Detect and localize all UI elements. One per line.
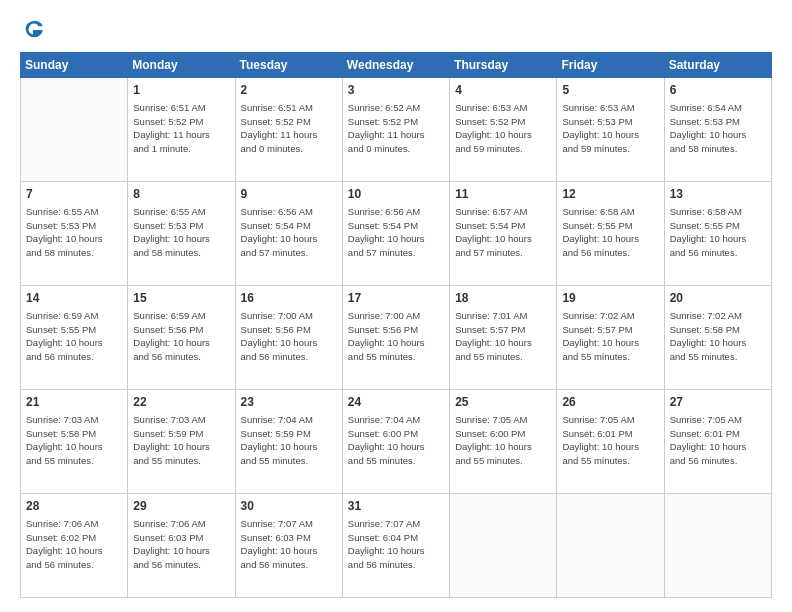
day-info: Sunrise: 6:55 AM Sunset: 5:53 PM Dayligh… [26,205,122,260]
day-info: Sunrise: 7:07 AM Sunset: 6:03 PM Dayligh… [241,517,337,572]
day-info: Sunrise: 6:56 AM Sunset: 5:54 PM Dayligh… [348,205,444,260]
header [20,18,772,44]
day-info: Sunrise: 7:01 AM Sunset: 5:57 PM Dayligh… [455,309,551,364]
calendar-cell [21,78,128,182]
day-number: 30 [241,498,337,515]
calendar-cell: 8Sunrise: 6:55 AM Sunset: 5:53 PM Daylig… [128,182,235,286]
calendar-cell: 30Sunrise: 7:07 AM Sunset: 6:03 PM Dayli… [235,494,342,598]
calendar-cell: 12Sunrise: 6:58 AM Sunset: 5:55 PM Dayli… [557,182,664,286]
day-info: Sunrise: 7:04 AM Sunset: 6:00 PM Dayligh… [348,413,444,468]
calendar-cell: 21Sunrise: 7:03 AM Sunset: 5:58 PM Dayli… [21,390,128,494]
day-number: 26 [562,394,658,411]
day-number: 14 [26,290,122,307]
calendar-cell: 31Sunrise: 7:07 AM Sunset: 6:04 PM Dayli… [342,494,449,598]
calendar-cell: 20Sunrise: 7:02 AM Sunset: 5:58 PM Dayli… [664,286,771,390]
day-number: 19 [562,290,658,307]
calendar-cell: 23Sunrise: 7:04 AM Sunset: 5:59 PM Dayli… [235,390,342,494]
day-number: 20 [670,290,766,307]
weekday-header-monday: Monday [128,53,235,78]
day-info: Sunrise: 6:58 AM Sunset: 5:55 PM Dayligh… [562,205,658,260]
week-row-5: 28Sunrise: 7:06 AM Sunset: 6:02 PM Dayli… [21,494,772,598]
weekday-header-wednesday: Wednesday [342,53,449,78]
logo [20,18,45,44]
day-info: Sunrise: 6:58 AM Sunset: 5:55 PM Dayligh… [670,205,766,260]
day-number: 6 [670,82,766,99]
week-row-1: 1Sunrise: 6:51 AM Sunset: 5:52 PM Daylig… [21,78,772,182]
day-number: 25 [455,394,551,411]
day-number: 18 [455,290,551,307]
day-number: 10 [348,186,444,203]
day-info: Sunrise: 7:00 AM Sunset: 5:56 PM Dayligh… [348,309,444,364]
week-row-2: 7Sunrise: 6:55 AM Sunset: 5:53 PM Daylig… [21,182,772,286]
day-info: Sunrise: 7:06 AM Sunset: 6:03 PM Dayligh… [133,517,229,572]
day-info: Sunrise: 7:02 AM Sunset: 5:58 PM Dayligh… [670,309,766,364]
calendar-page: SundayMondayTuesdayWednesdayThursdayFrid… [0,0,792,612]
weekday-header-row: SundayMondayTuesdayWednesdayThursdayFrid… [21,53,772,78]
day-number: 2 [241,82,337,99]
calendar-cell: 16Sunrise: 7:00 AM Sunset: 5:56 PM Dayli… [235,286,342,390]
day-number: 9 [241,186,337,203]
day-number: 5 [562,82,658,99]
calendar-cell: 27Sunrise: 7:05 AM Sunset: 6:01 PM Dayli… [664,390,771,494]
day-info: Sunrise: 6:52 AM Sunset: 5:52 PM Dayligh… [348,101,444,156]
calendar-cell: 26Sunrise: 7:05 AM Sunset: 6:01 PM Dayli… [557,390,664,494]
day-info: Sunrise: 6:53 AM Sunset: 5:53 PM Dayligh… [562,101,658,156]
day-number: 7 [26,186,122,203]
day-info: Sunrise: 6:55 AM Sunset: 5:53 PM Dayligh… [133,205,229,260]
day-number: 24 [348,394,444,411]
calendar-cell: 4Sunrise: 6:53 AM Sunset: 5:52 PM Daylig… [450,78,557,182]
day-info: Sunrise: 7:06 AM Sunset: 6:02 PM Dayligh… [26,517,122,572]
calendar-cell: 10Sunrise: 6:56 AM Sunset: 5:54 PM Dayli… [342,182,449,286]
day-number: 22 [133,394,229,411]
day-info: Sunrise: 6:59 AM Sunset: 5:55 PM Dayligh… [26,309,122,364]
calendar-cell: 11Sunrise: 6:57 AM Sunset: 5:54 PM Dayli… [450,182,557,286]
calendar-cell: 9Sunrise: 6:56 AM Sunset: 5:54 PM Daylig… [235,182,342,286]
day-number: 12 [562,186,658,203]
day-info: Sunrise: 7:05 AM Sunset: 6:00 PM Dayligh… [455,413,551,468]
calendar-cell: 19Sunrise: 7:02 AM Sunset: 5:57 PM Dayli… [557,286,664,390]
day-number: 8 [133,186,229,203]
day-info: Sunrise: 6:51 AM Sunset: 5:52 PM Dayligh… [133,101,229,156]
day-info: Sunrise: 7:04 AM Sunset: 5:59 PM Dayligh… [241,413,337,468]
day-number: 15 [133,290,229,307]
day-number: 29 [133,498,229,515]
day-info: Sunrise: 6:51 AM Sunset: 5:52 PM Dayligh… [241,101,337,156]
calendar-cell: 24Sunrise: 7:04 AM Sunset: 6:00 PM Dayli… [342,390,449,494]
calendar-cell: 18Sunrise: 7:01 AM Sunset: 5:57 PM Dayli… [450,286,557,390]
day-number: 4 [455,82,551,99]
day-number: 11 [455,186,551,203]
calendar-cell: 28Sunrise: 7:06 AM Sunset: 6:02 PM Dayli… [21,494,128,598]
calendar-cell: 1Sunrise: 6:51 AM Sunset: 5:52 PM Daylig… [128,78,235,182]
day-number: 16 [241,290,337,307]
weekday-header-tuesday: Tuesday [235,53,342,78]
day-info: Sunrise: 7:05 AM Sunset: 6:01 PM Dayligh… [562,413,658,468]
day-info: Sunrise: 7:05 AM Sunset: 6:01 PM Dayligh… [670,413,766,468]
day-number: 17 [348,290,444,307]
day-info: Sunrise: 7:03 AM Sunset: 5:58 PM Dayligh… [26,413,122,468]
calendar-table: SundayMondayTuesdayWednesdayThursdayFrid… [20,52,772,598]
week-row-4: 21Sunrise: 7:03 AM Sunset: 5:58 PM Dayli… [21,390,772,494]
day-info: Sunrise: 6:56 AM Sunset: 5:54 PM Dayligh… [241,205,337,260]
day-info: Sunrise: 6:57 AM Sunset: 5:54 PM Dayligh… [455,205,551,260]
calendar-cell [450,494,557,598]
day-number: 21 [26,394,122,411]
calendar-cell: 17Sunrise: 7:00 AM Sunset: 5:56 PM Dayli… [342,286,449,390]
day-number: 23 [241,394,337,411]
day-info: Sunrise: 6:59 AM Sunset: 5:56 PM Dayligh… [133,309,229,364]
day-info: Sunrise: 7:07 AM Sunset: 6:04 PM Dayligh… [348,517,444,572]
calendar-cell: 5Sunrise: 6:53 AM Sunset: 5:53 PM Daylig… [557,78,664,182]
day-info: Sunrise: 6:53 AM Sunset: 5:52 PM Dayligh… [455,101,551,156]
calendar-cell [557,494,664,598]
day-number: 27 [670,394,766,411]
calendar-cell: 3Sunrise: 6:52 AM Sunset: 5:52 PM Daylig… [342,78,449,182]
day-info: Sunrise: 7:03 AM Sunset: 5:59 PM Dayligh… [133,413,229,468]
calendar-cell: 29Sunrise: 7:06 AM Sunset: 6:03 PM Dayli… [128,494,235,598]
day-info: Sunrise: 6:54 AM Sunset: 5:53 PM Dayligh… [670,101,766,156]
day-number: 3 [348,82,444,99]
calendar-cell: 2Sunrise: 6:51 AM Sunset: 5:52 PM Daylig… [235,78,342,182]
weekday-header-saturday: Saturday [664,53,771,78]
weekday-header-thursday: Thursday [450,53,557,78]
day-number: 28 [26,498,122,515]
calendar-cell: 6Sunrise: 6:54 AM Sunset: 5:53 PM Daylig… [664,78,771,182]
day-info: Sunrise: 7:02 AM Sunset: 5:57 PM Dayligh… [562,309,658,364]
